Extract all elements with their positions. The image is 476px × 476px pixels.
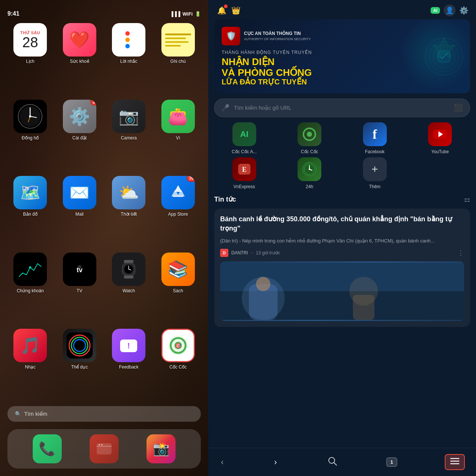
app-label-mail: Mail	[75, 212, 84, 217]
nav-forward-button[interactable]: ›	[273, 456, 278, 469]
news-filter-icon[interactable]: ⚏	[464, 195, 470, 203]
quick-link-coccoc[interactable]: Cốc Cốc	[280, 122, 340, 154]
notification-bell-icon[interactable]: 🔔	[216, 4, 228, 16]
app-loinhan[interactable]: Lời nhắc	[106, 23, 152, 93]
app-icon-bando: 🗺️	[13, 176, 47, 209]
quick-link-label-facebook: Facebook	[365, 149, 385, 154]
app-label-loinhan: Lời nhắc	[120, 59, 137, 64]
app-vi[interactable]: 👛 Ví	[155, 100, 201, 170]
wallet-icon: 👛	[168, 107, 188, 126]
user-profile-icon[interactable]: 👤	[444, 4, 456, 16]
app-suckhoe[interactable]: ❤️ Sức khoẻ	[57, 23, 103, 93]
app-theduc[interactable]: Thể dục	[57, 329, 103, 399]
app-camera[interactable]: 📷 Camera	[106, 100, 152, 170]
ios-content: 9:41 ▐▐▐ WiFi 🔋 THỨ SÁU 28 Lịch ❤️	[0, 0, 208, 476]
app-nhac[interactable]: 🎵 Nhạc	[7, 329, 53, 399]
youtube-icon	[428, 122, 452, 146]
app-icon-camera: 📷	[112, 100, 145, 133]
quick-link-coccoca[interactable]: AI Cốc Cốc A...	[214, 122, 274, 154]
app-label-watch: Watch	[122, 288, 135, 293]
app-watch[interactable]: Watch	[106, 253, 152, 322]
caidat-badge: 2	[90, 100, 96, 106]
dock-browser-red[interactable]	[90, 434, 119, 463]
quick-link-label-coccoca: Cốc Cốc A...	[232, 149, 257, 154]
browser-search-bar[interactable]: 🎤 Tìm kiếm hoặc gõ URL ⬛	[214, 99, 470, 117]
nav-back-button[interactable]: ‹	[219, 456, 225, 469]
app-sach[interactable]: 📚 Sách	[155, 253, 201, 322]
news-card-1[interactable]: Bánh canh lề đường 350.000 đồng/tô, chủ …	[214, 209, 470, 327]
quick-link-vnexpress[interactable]: E VnExpress	[214, 157, 274, 189]
quick-link-youtube[interactable]: YouTube	[410, 122, 470, 154]
app-label-nhac: Nhạc	[25, 364, 35, 370]
app-icon-watch	[112, 253, 145, 286]
quick-link-24h[interactable]: 24h	[280, 157, 340, 189]
authority-subtitle: AUTHORITY OF INFORMATION SECURITY	[244, 37, 311, 42]
news-more-icon[interactable]: ⋮	[457, 249, 464, 257]
browser-menu-button[interactable]	[445, 454, 465, 470]
app-appstore[interactable]: 70 App Store	[155, 176, 201, 246]
app-mail[interactable]: ✉️ Mail	[57, 176, 103, 246]
note-line-3	[165, 41, 189, 43]
vnexpress-icon: E	[232, 157, 256, 181]
svg-text:E: E	[242, 166, 247, 173]
ios-search-bar[interactable]: 🔍 Tìm kiếm	[7, 406, 201, 422]
ai-badge[interactable]: AI	[431, 7, 440, 14]
app-feedback[interactable]: ! Feedback	[106, 329, 152, 399]
dot-blue	[125, 44, 130, 48]
app-tv[interactable]: tv TV	[57, 253, 103, 322]
svg-point-42	[307, 132, 312, 137]
instagram-icon: 📸	[153, 441, 170, 457]
settings-gear-icon: ⚙️	[69, 106, 90, 126]
app-label-sach: Sách	[173, 288, 183, 293]
svg-rect-21	[67, 332, 93, 358]
qr-code-icon[interactable]: ⬛	[454, 103, 463, 112]
dock-phone[interactable]: 📞	[33, 434, 62, 463]
tab-counter-badge[interactable]: 1	[386, 457, 397, 467]
app-icon-loinhan	[112, 23, 145, 57]
dock-instagram[interactable]: 📸	[147, 434, 176, 463]
status-icons: ▐▐▐ WiFi 🔋	[170, 11, 201, 17]
microphone-icon[interactable]: 🎤	[221, 104, 229, 112]
quick-link-spacer	[410, 157, 434, 189]
app-lich[interactable]: THỨ SÁU 28 Lịch	[7, 23, 53, 93]
app-chungkhoan[interactable]: Chứng khoán	[7, 253, 53, 322]
search-bar-text: Tìm kiếm	[24, 411, 47, 417]
app-ghichu[interactable]: Ghi chú	[155, 23, 201, 93]
ios-dock: 📞 📸	[7, 429, 201, 469]
app-label-caidat: Cài đặt	[73, 135, 87, 141]
quick-links-grid: AI Cốc Cốc A... Cốc Cốc f Facebook	[208, 122, 476, 154]
nav-search-button[interactable]	[326, 455, 339, 470]
crown-icon[interactable]: 👑	[231, 6, 241, 15]
quick-link-facebook[interactable]: f Facebook	[345, 122, 405, 154]
status-time: 9:41	[7, 10, 19, 17]
quick-link-label-youtube: YouTube	[431, 149, 449, 154]
fitness-svg	[67, 332, 93, 358]
coccoc-browser-icon	[298, 122, 321, 146]
browser-status-left: 🔔 👑	[216, 4, 241, 16]
app-icon-caidat: ⚙️ 2	[63, 100, 96, 133]
plus-icon: +	[372, 163, 378, 176]
browser-settings-icon[interactable]: ⚙️	[459, 6, 469, 15]
news-section-title: Tin tức	[214, 195, 236, 203]
app-dongho[interactable]: Đồng hồ	[7, 100, 53, 170]
mail-envelope-icon: ✉️	[69, 183, 90, 202]
news-header: Tin tức ⚏	[214, 195, 470, 203]
feedback-svg: !	[118, 335, 139, 356]
app-bando[interactable]: 🗺️ Bản đồ	[7, 176, 53, 246]
facebook-icon: f	[363, 122, 387, 146]
app-coccoc[interactable]: 🎯 Cốc Cốc	[155, 329, 201, 399]
hero-banner[interactable]: 🛡️ CỤC AN TOÀN THÔNG TIN AUTHORITY OF IN…	[214, 19, 470, 93]
app-label-vi: Ví	[176, 135, 180, 141]
app-caidat[interactable]: ⚙️ 2 Cài đặt	[57, 100, 103, 170]
hamburger-menu-svg	[450, 457, 460, 465]
app-thoitiet[interactable]: ⛅ Thời tiết	[106, 176, 152, 246]
browser-status-right: AI 👤 ⚙️	[431, 4, 469, 16]
health-heart-icon: ❤️	[69, 30, 90, 49]
svg-rect-14	[124, 260, 134, 263]
appstore-badge: 70	[187, 176, 195, 182]
svg-text:!: !	[128, 341, 130, 350]
app-label-feedback: Feedback	[119, 364, 139, 370]
ios-status-bar: 9:41 ▐▐▐ WiFi 🔋	[7, 7, 201, 23]
quick-link-more[interactable]: + Thêm	[345, 157, 405, 189]
news-card-meta-1: D DANTRI - 13 giờ trước ⋮	[220, 249, 464, 257]
